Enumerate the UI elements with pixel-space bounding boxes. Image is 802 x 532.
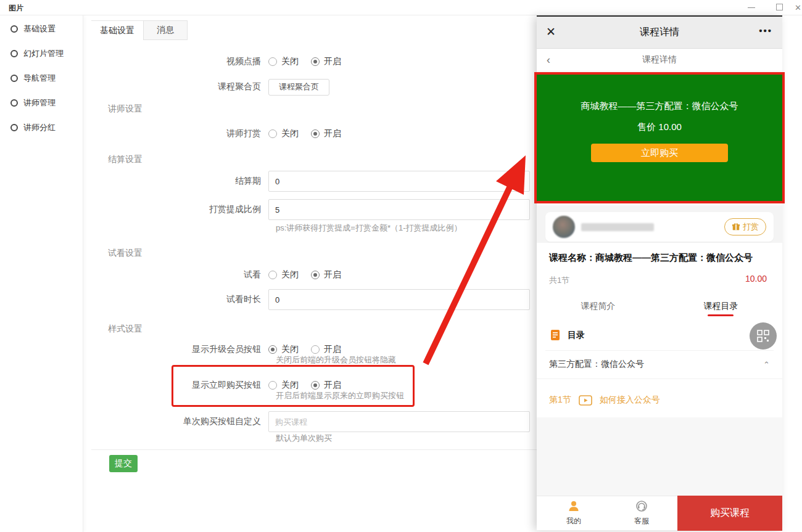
divider <box>545 350 774 351</box>
banner-course-title: 商城教程——第三方配置：微信公众号 <box>537 100 782 112</box>
preview-title: 课程详情 <box>537 26 782 39</box>
radio-video-on[interactable]: 开启 <box>311 56 341 67</box>
sidebar-item-lecturer-management[interactable]: 讲师管理 <box>0 91 83 115</box>
chapter-row[interactable]: 第三方配置：微信公众号 ⌃ <box>549 359 770 370</box>
sidebar-item-label: 讲师管理 <box>23 97 56 108</box>
sidebar-item-label: 导航管理 <box>23 73 56 84</box>
window-title: 图片 <box>9 3 23 14</box>
row-custom-buy-button: 单次购买按钮自定义 <box>91 411 530 432</box>
sidebar-item-lecturer-dividend[interactable]: 讲师分红 <box>0 115 83 140</box>
section-style-settings: 样式设置 <box>108 324 143 335</box>
reward-button[interactable]: 打赏 <box>724 218 766 235</box>
sidebar: 基础设置 幻灯片管理 导航管理 讲师管理 讲师分红 <box>0 15 83 532</box>
radio-icon[interactable] <box>268 129 277 138</box>
tab-mine[interactable]: 我的 <box>555 500 592 526</box>
qr-code-button[interactable] <box>750 322 777 350</box>
radio-icon[interactable] <box>268 271 277 279</box>
radio-trial-off[interactable]: 关闭 <box>268 269 299 280</box>
row-course-aggregate: 课程聚合页 课程聚合页 <box>91 76 329 97</box>
course-tabs: 课程简介 课程目录 <box>537 297 782 317</box>
back-icon[interactable]: ‹ <box>547 54 550 67</box>
reward-ratio-hint: ps:讲师获得打赏提成=打赏金额*（1-打赏提成比例） <box>276 223 462 234</box>
tab-message[interactable]: 消息 <box>143 20 188 40</box>
radio-icon[interactable] <box>311 57 320 66</box>
preview-titlebar: ✕ 课程详情 ••• <box>537 17 782 49</box>
buy-now-button[interactable]: 立即购买 <box>591 144 728 162</box>
divider <box>537 379 782 379</box>
course-aggregate-button[interactable]: 课程聚合页 <box>268 79 329 96</box>
radio-upgrade-on[interactable]: 开启 <box>311 344 341 355</box>
preview-navbar: ‹ 课程详情 <box>537 49 782 72</box>
close-icon[interactable]: ✕ <box>546 25 556 39</box>
radio-icon[interactable] <box>268 57 277 66</box>
tab-basic-settings[interactable]: 基础设置 <box>91 20 143 40</box>
field-label: 试看 <box>91 269 268 280</box>
circle-bullet-icon <box>10 25 18 33</box>
row-show-buynow-button: 显示立即购买按钮 关闭 开启 <box>91 379 341 391</box>
radio-icon[interactable] <box>311 345 320 354</box>
author-name-redacted <box>581 223 654 231</box>
section-lecturer-settings: 讲师设置 <box>108 104 143 115</box>
chevron-up-icon[interactable]: ⌃ <box>763 360 770 369</box>
chapter-name: 第三方配置：微信公众号 <box>549 359 644 370</box>
window-titlebar: 图片 ✕ <box>0 0 802 15</box>
tab-course-intro[interactable]: 课程简介 <box>537 297 659 317</box>
sidebar-item-basic-settings[interactable]: 基础设置 <box>0 17 83 41</box>
row-trial: 试看 关闭 开启 <box>91 269 341 281</box>
lesson-row[interactable]: 第1节 如何接入公众号 <box>549 395 660 406</box>
sidebar-item-navigation[interactable]: 导航管理 <box>0 66 83 91</box>
course-name: 课程名称：商城教程——第三方配置：微信公众号 <box>549 252 753 264</box>
gray-background <box>537 417 782 496</box>
sidebar-item-slides[interactable]: 幻灯片管理 <box>0 41 83 66</box>
radio-icon[interactable] <box>268 345 277 354</box>
radio-reward-off[interactable]: 关闭 <box>268 128 299 139</box>
radio-buynow-off[interactable]: 关闭 <box>268 380 299 391</box>
radio-icon[interactable] <box>311 129 320 138</box>
field-label: 讲师打赏 <box>91 128 268 139</box>
radio-upgrade-off[interactable]: 关闭 <box>268 344 299 355</box>
qr-code-icon <box>757 330 769 342</box>
video-play-icon <box>579 395 592 406</box>
row-show-upgrade-button: 显示升级会员按钮 关闭 开启 <box>91 343 341 356</box>
circle-bullet-icon <box>10 50 18 57</box>
row-lecturer-reward: 讲师打赏 关闭 开启 <box>91 128 341 140</box>
highlighted-course-banner: 商城教程——第三方配置：微信公众号 售价 10.00 立即购买 <box>534 72 785 203</box>
field-label: 试看时长 <box>91 294 268 305</box>
reward-ratio-input[interactable] <box>268 199 530 220</box>
radio-icon[interactable] <box>268 381 277 390</box>
circle-bullet-icon <box>10 99 18 107</box>
tab-customer-service[interactable]: 客服 <box>623 500 660 526</box>
buy-course-button[interactable]: 购买课程 <box>677 496 782 531</box>
close-icon[interactable]: ✕ <box>795 4 802 12</box>
radio-trial-on[interactable]: 开启 <box>311 269 341 280</box>
banner-price: 售价 10.00 <box>537 121 782 133</box>
custom-buy-input[interactable] <box>268 411 530 432</box>
section-settlement-settings: 结算设置 <box>108 154 143 165</box>
settings-tabs: 基础设置 消息 <box>91 20 188 40</box>
row-trial-time: 试看时长 <box>91 289 530 310</box>
trial-time-input[interactable] <box>268 289 530 310</box>
maximize-icon[interactable] <box>776 4 783 10</box>
radio-video-off[interactable]: 关闭 <box>268 56 299 67</box>
submit-button[interactable]: 提交 <box>109 455 138 472</box>
field-label: 课程聚合页 <box>91 81 268 92</box>
avatar <box>553 216 575 238</box>
person-icon <box>568 500 580 512</box>
sidebar-item-label: 讲师分红 <box>23 122 56 133</box>
minimize-icon[interactable] <box>748 4 755 8</box>
radio-buynow-on[interactable]: 开启 <box>311 380 341 391</box>
circle-bullet-icon <box>10 124 18 131</box>
custom-buy-hint: 默认为单次购买 <box>276 433 332 444</box>
radio-icon[interactable] <box>311 271 320 279</box>
section-trial-settings: 试看设置 <box>108 248 143 259</box>
field-label: 显示立即购买按钮 <box>91 380 268 391</box>
field-label: 显示升级会员按钮 <box>91 344 268 355</box>
more-icon[interactable]: ••• <box>759 25 772 36</box>
field-label: 视频点播 <box>91 56 268 67</box>
radio-icon[interactable] <box>311 381 320 390</box>
active-tab-underline <box>708 314 734 316</box>
radio-reward-on[interactable]: 开启 <box>311 128 341 139</box>
buynow-button-hint: 开启后前端显示原来的立即购买按钮 <box>276 390 404 401</box>
catalog-header: 目录 <box>550 329 585 342</box>
settlement-period-input[interactable] <box>268 171 530 192</box>
